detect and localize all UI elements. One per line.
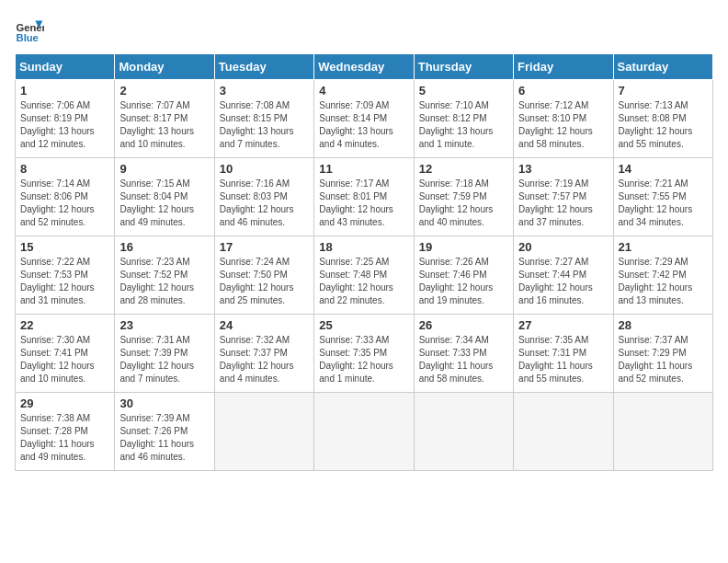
day-info: Sunrise: 7:23 AM Sunset: 7:52 PM Dayligh… bbox=[119, 256, 209, 307]
day-info: Sunrise: 7:12 AM Sunset: 8:10 PM Dayligh… bbox=[518, 99, 608, 151]
column-header-thursday: Thursday bbox=[414, 54, 513, 80]
calendar-cell: 13Sunrise: 7:19 AM Sunset: 7:57 PM Dayli… bbox=[514, 158, 613, 236]
calendar-cell: 21Sunrise: 7:29 AM Sunset: 7:42 PM Dayli… bbox=[613, 236, 712, 315]
day-number: 25 bbox=[319, 318, 408, 332]
column-header-tuesday: Tuesday bbox=[214, 54, 313, 80]
day-info: Sunrise: 7:30 AM Sunset: 7:41 PM Dayligh… bbox=[20, 334, 109, 385]
calendar-cell bbox=[314, 393, 414, 471]
day-number: 23 bbox=[119, 318, 209, 332]
calendar-cell: 9Sunrise: 7:15 AM Sunset: 8:04 PM Daylig… bbox=[115, 158, 214, 236]
day-number: 7 bbox=[619, 84, 708, 98]
day-info: Sunrise: 7:06 AM Sunset: 8:19 PM Dayligh… bbox=[20, 99, 109, 151]
day-number: 14 bbox=[619, 162, 708, 176]
day-number: 19 bbox=[419, 240, 508, 254]
day-number: 20 bbox=[518, 240, 608, 254]
day-number: 16 bbox=[119, 240, 209, 254]
column-header-saturday: Saturday bbox=[613, 54, 712, 80]
day-number: 2 bbox=[119, 84, 209, 98]
day-number: 10 bbox=[220, 162, 309, 176]
column-header-sunday: Sunday bbox=[16, 54, 115, 80]
day-info: Sunrise: 7:25 AM Sunset: 7:48 PM Dayligh… bbox=[319, 256, 408, 307]
calendar-cell: 7Sunrise: 7:13 AM Sunset: 8:08 PM Daylig… bbox=[613, 80, 712, 158]
calendar-week-5: 29Sunrise: 7:38 AM Sunset: 7:28 PM Dayli… bbox=[16, 393, 713, 471]
logo-icon: General Blue bbox=[15, 15, 44, 44]
calendar-cell: 15Sunrise: 7:22 AM Sunset: 7:53 PM Dayli… bbox=[16, 236, 115, 315]
calendar-cell: 3Sunrise: 7:08 AM Sunset: 8:15 PM Daylig… bbox=[214, 80, 313, 158]
calendar-cell: 12Sunrise: 7:18 AM Sunset: 7:59 PM Dayli… bbox=[414, 158, 513, 236]
calendar-cell: 22Sunrise: 7:30 AM Sunset: 7:41 PM Dayli… bbox=[16, 315, 115, 393]
day-info: Sunrise: 7:18 AM Sunset: 7:59 PM Dayligh… bbox=[419, 178, 508, 229]
day-info: Sunrise: 7:14 AM Sunset: 8:06 PM Dayligh… bbox=[20, 178, 109, 229]
calendar-cell: 4Sunrise: 7:09 AM Sunset: 8:14 PM Daylig… bbox=[314, 80, 414, 158]
day-info: Sunrise: 7:19 AM Sunset: 7:57 PM Dayligh… bbox=[518, 178, 608, 229]
day-info: Sunrise: 7:32 AM Sunset: 7:37 PM Dayligh… bbox=[220, 334, 309, 385]
day-info: Sunrise: 7:07 AM Sunset: 8:17 PM Dayligh… bbox=[119, 99, 209, 151]
calendar-cell: 25Sunrise: 7:33 AM Sunset: 7:35 PM Dayli… bbox=[314, 315, 414, 393]
day-info: Sunrise: 7:27 AM Sunset: 7:44 PM Dayligh… bbox=[518, 256, 608, 307]
calendar-cell: 10Sunrise: 7:16 AM Sunset: 8:03 PM Dayli… bbox=[214, 158, 313, 236]
calendar-week-2: 8Sunrise: 7:14 AM Sunset: 8:06 PM Daylig… bbox=[16, 158, 713, 236]
day-number: 13 bbox=[518, 162, 608, 176]
calendar-cell: 29Sunrise: 7:38 AM Sunset: 7:28 PM Dayli… bbox=[16, 393, 115, 471]
calendar-cell: 27Sunrise: 7:35 AM Sunset: 7:31 PM Dayli… bbox=[514, 315, 613, 393]
page-header: General Blue bbox=[15, 15, 713, 44]
calendar-header-row: SundayMondayTuesdayWednesdayThursdayFrid… bbox=[16, 54, 713, 80]
calendar-cell: 28Sunrise: 7:37 AM Sunset: 7:29 PM Dayli… bbox=[613, 315, 712, 393]
day-info: Sunrise: 7:37 AM Sunset: 7:29 PM Dayligh… bbox=[619, 334, 708, 385]
day-info: Sunrise: 7:22 AM Sunset: 7:53 PM Dayligh… bbox=[20, 256, 109, 307]
calendar-cell: 20Sunrise: 7:27 AM Sunset: 7:44 PM Dayli… bbox=[514, 236, 613, 315]
day-number: 1 bbox=[20, 84, 109, 98]
day-number: 6 bbox=[518, 84, 608, 98]
day-number: 29 bbox=[20, 396, 109, 410]
day-info: Sunrise: 7:35 AM Sunset: 7:31 PM Dayligh… bbox=[518, 334, 608, 385]
day-number: 26 bbox=[419, 318, 508, 332]
day-info: Sunrise: 7:08 AM Sunset: 8:15 PM Dayligh… bbox=[220, 99, 309, 151]
day-number: 22 bbox=[20, 318, 109, 332]
calendar-cell: 14Sunrise: 7:21 AM Sunset: 7:55 PM Dayli… bbox=[613, 158, 712, 236]
calendar-cell: 6Sunrise: 7:12 AM Sunset: 8:10 PM Daylig… bbox=[514, 80, 613, 158]
day-info: Sunrise: 7:21 AM Sunset: 7:55 PM Dayligh… bbox=[619, 178, 708, 229]
calendar-cell: 19Sunrise: 7:26 AM Sunset: 7:46 PM Dayli… bbox=[414, 236, 513, 315]
day-number: 12 bbox=[419, 162, 508, 176]
day-number: 11 bbox=[319, 162, 408, 176]
calendar-cell: 11Sunrise: 7:17 AM Sunset: 8:01 PM Dayli… bbox=[314, 158, 414, 236]
calendar-body: 1Sunrise: 7:06 AM Sunset: 8:19 PM Daylig… bbox=[16, 80, 713, 471]
calendar-week-3: 15Sunrise: 7:22 AM Sunset: 7:53 PM Dayli… bbox=[16, 236, 713, 315]
day-info: Sunrise: 7:09 AM Sunset: 8:14 PM Dayligh… bbox=[319, 99, 408, 151]
day-number: 8 bbox=[20, 162, 109, 176]
calendar-cell bbox=[514, 393, 613, 471]
day-number: 17 bbox=[220, 240, 309, 254]
day-number: 4 bbox=[319, 84, 408, 98]
calendar-cell: 5Sunrise: 7:10 AM Sunset: 8:12 PM Daylig… bbox=[414, 80, 513, 158]
day-info: Sunrise: 7:34 AM Sunset: 7:33 PM Dayligh… bbox=[419, 334, 508, 385]
day-info: Sunrise: 7:29 AM Sunset: 7:42 PM Dayligh… bbox=[619, 256, 708, 307]
column-header-monday: Monday bbox=[115, 54, 214, 80]
day-number: 21 bbox=[619, 240, 708, 254]
calendar-cell: 30Sunrise: 7:39 AM Sunset: 7:26 PM Dayli… bbox=[115, 393, 214, 471]
day-info: Sunrise: 7:31 AM Sunset: 7:39 PM Dayligh… bbox=[119, 334, 209, 385]
day-number: 5 bbox=[419, 84, 508, 98]
svg-text:Blue: Blue bbox=[17, 32, 39, 43]
day-info: Sunrise: 7:24 AM Sunset: 7:50 PM Dayligh… bbox=[220, 256, 309, 307]
calendar-cell: 26Sunrise: 7:34 AM Sunset: 7:33 PM Dayli… bbox=[414, 315, 513, 393]
day-info: Sunrise: 7:39 AM Sunset: 7:26 PM Dayligh… bbox=[119, 412, 209, 464]
day-info: Sunrise: 7:33 AM Sunset: 7:35 PM Dayligh… bbox=[319, 334, 408, 385]
day-info: Sunrise: 7:16 AM Sunset: 8:03 PM Dayligh… bbox=[220, 178, 309, 229]
column-header-wednesday: Wednesday bbox=[314, 54, 414, 80]
calendar-cell bbox=[613, 393, 712, 471]
logo: General Blue bbox=[15, 15, 44, 44]
calendar-week-4: 22Sunrise: 7:30 AM Sunset: 7:41 PM Dayli… bbox=[16, 315, 713, 393]
calendar-cell bbox=[214, 393, 313, 471]
day-info: Sunrise: 7:15 AM Sunset: 8:04 PM Dayligh… bbox=[119, 178, 209, 229]
calendar-cell: 8Sunrise: 7:14 AM Sunset: 8:06 PM Daylig… bbox=[16, 158, 115, 236]
calendar-cell: 18Sunrise: 7:25 AM Sunset: 7:48 PM Dayli… bbox=[314, 236, 414, 315]
calendar-cell: 16Sunrise: 7:23 AM Sunset: 7:52 PM Dayli… bbox=[115, 236, 214, 315]
calendar-cell: 24Sunrise: 7:32 AM Sunset: 7:37 PM Dayli… bbox=[214, 315, 313, 393]
day-info: Sunrise: 7:38 AM Sunset: 7:28 PM Dayligh… bbox=[20, 412, 109, 464]
calendar-cell bbox=[414, 393, 513, 471]
day-number: 27 bbox=[518, 318, 608, 332]
day-info: Sunrise: 7:13 AM Sunset: 8:08 PM Dayligh… bbox=[619, 99, 708, 151]
calendar-table: SundayMondayTuesdayWednesdayThursdayFrid… bbox=[15, 53, 713, 471]
calendar-cell: 1Sunrise: 7:06 AM Sunset: 8:19 PM Daylig… bbox=[16, 80, 115, 158]
calendar-cell: 17Sunrise: 7:24 AM Sunset: 7:50 PM Dayli… bbox=[214, 236, 313, 315]
